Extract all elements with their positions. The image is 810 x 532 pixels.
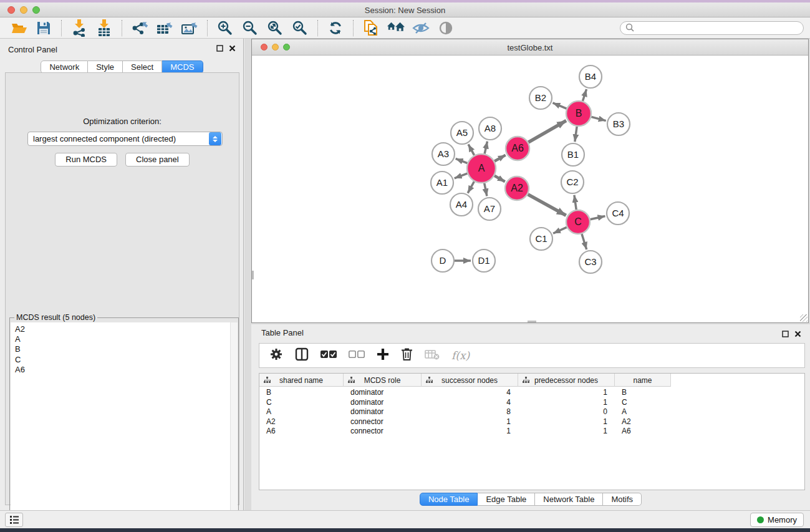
table-cell[interactable]: 1: [422, 417, 518, 427]
mcds-result-item[interactable]: A6: [15, 365, 231, 375]
tab-network-table[interactable]: Network Table: [535, 493, 603, 506]
table-row[interactable]: Bdominator41B: [259, 388, 671, 398]
graph-edge-C-C4[interactable]: [591, 216, 605, 219]
table-cell[interactable]: A6: [259, 427, 344, 437]
select-all-icon[interactable]: [321, 350, 337, 361]
zoom-in-icon[interactable]: [216, 19, 234, 37]
graph-edge-B-B4[interactable]: [582, 89, 586, 101]
table-cell[interactable]: A2: [259, 417, 344, 427]
column-header-shared-name[interactable]: shared name: [259, 374, 344, 387]
clone-network-icon[interactable]: [362, 19, 380, 37]
run-mcds-button[interactable]: Run MCDS: [55, 153, 117, 167]
table-cell[interactable]: B: [615, 388, 671, 398]
mcds-result-item[interactable]: B: [15, 344, 231, 354]
graph-edge-C-C1[interactable]: [553, 227, 567, 233]
graph-edge-A-A1[interactable]: [455, 173, 468, 178]
table-cell[interactable]: 1: [518, 398, 615, 408]
tab-style[interactable]: Style: [88, 60, 123, 74]
zoom-selected-icon[interactable]: [291, 19, 309, 37]
graph-edge-A-A3[interactable]: [456, 158, 468, 163]
import-table-icon[interactable]: [95, 19, 113, 37]
mcds-result-scrollbar[interactable]: [230, 322, 238, 532]
export-network-icon[interactable]: [130, 19, 149, 37]
column-header-predecessor-nodes[interactable]: predecessor nodes: [518, 374, 615, 387]
table-cell[interactable]: connector: [344, 417, 422, 427]
table-row[interactable]: A6connector11A6: [259, 427, 671, 437]
graph-edge-A-A6[interactable]: [494, 155, 506, 162]
graph-edge-C-C3[interactable]: [582, 234, 587, 249]
graph-edge-A-A5[interactable]: [468, 144, 475, 155]
node-table[interactable]: shared nameMCDS rolesuccessor nodesprede…: [259, 373, 805, 490]
search-input[interactable]: [620, 21, 804, 35]
open-session-icon[interactable]: [9, 19, 28, 37]
table-cell[interactable]: A2: [615, 417, 671, 427]
canvas-horizontal-scroll-nub[interactable]: [528, 321, 536, 322]
task-history-button[interactable]: [5, 513, 23, 527]
save-session-icon[interactable]: [34, 19, 53, 37]
table-cell[interactable]: 0: [518, 407, 615, 417]
table-row[interactable]: A2connector11A2: [259, 417, 671, 427]
table-settings-gear-icon[interactable]: [269, 347, 283, 364]
table-row[interactable]: Adominator80A: [259, 407, 671, 417]
tab-edge-table[interactable]: Edge Table: [478, 493, 535, 506]
zoom-out-icon[interactable]: [241, 19, 259, 37]
column-header-successor-nodes[interactable]: successor nodes: [422, 374, 518, 387]
float-panel-icon[interactable]: [216, 45, 223, 52]
tab-network[interactable]: Network: [41, 60, 88, 74]
table-cell[interactable]: A6: [615, 427, 671, 437]
refresh-icon[interactable]: [326, 19, 345, 37]
mcds-result-item[interactable]: A: [15, 334, 231, 344]
table-row[interactable]: Cdominator41C: [259, 398, 671, 408]
tab-select[interactable]: Select: [123, 60, 162, 74]
float-panel-icon[interactable]: [782, 331, 789, 337]
add-column-icon[interactable]: [377, 348, 389, 363]
table-cell[interactable]: 8: [422, 407, 518, 417]
table-cell[interactable]: 1: [518, 388, 615, 398]
table-cell[interactable]: dominator: [344, 388, 422, 398]
table-cell[interactable]: dominator: [344, 398, 422, 408]
graph-edge-A-A7[interactable]: [485, 183, 487, 196]
table-cell[interactable]: 1: [518, 427, 615, 437]
delete-column-trash-icon[interactable]: [401, 347, 413, 364]
table-cell[interactable]: dominator: [344, 407, 422, 417]
deselect-all-icon[interactable]: [349, 350, 365, 361]
column-header-MCDS-role[interactable]: MCDS role: [344, 374, 422, 387]
table-cell[interactable]: C: [259, 398, 344, 408]
network-graph[interactable]: B4B2BB3A8A5A6A3B1AA1C2A2A4A7C4CC1C3DD1: [252, 56, 808, 322]
home-icon[interactable]: [387, 19, 405, 37]
window-resize-grip[interactable]: [800, 314, 808, 322]
tab-node-table[interactable]: Node Table: [420, 493, 478, 506]
close-panel-icon[interactable]: [229, 45, 236, 52]
table-cell[interactable]: 4: [422, 398, 518, 408]
column-header-name[interactable]: name: [615, 374, 671, 387]
table-cell[interactable]: A: [259, 407, 344, 417]
table-cell[interactable]: 1: [422, 427, 518, 437]
graph-edge-A-A4[interactable]: [468, 181, 474, 193]
column-visibility-icon[interactable]: [295, 347, 309, 364]
mcds-result-item[interactable]: C: [15, 355, 231, 365]
mcds-result-list[interactable]: A2ABCA6: [11, 322, 231, 532]
graph-edge-A-A2[interactable]: [494, 176, 505, 181]
table-cell[interactable]: A: [615, 407, 671, 417]
graph-edge-B-B3[interactable]: [591, 117, 605, 120]
table-cell[interactable]: B: [259, 388, 344, 398]
canvas-vertical-scroll-nub[interactable]: [252, 271, 254, 279]
close-panel-button[interactable]: Close panel: [125, 153, 190, 167]
close-panel-icon[interactable]: [794, 331, 801, 337]
import-network-icon[interactable]: [70, 19, 89, 37]
memory-button[interactable]: Memory: [750, 513, 804, 527]
graph-edge-A-A8[interactable]: [485, 142, 487, 154]
export-image-icon[interactable]: [180, 19, 199, 37]
tab-motifs[interactable]: Motifs: [603, 493, 642, 506]
table-cell[interactable]: C: [615, 398, 671, 408]
graph-edge-B-B2[interactable]: [552, 103, 566, 109]
graph-edge-B-B1[interactable]: [575, 127, 577, 142]
table-cell[interactable]: connector: [344, 427, 422, 437]
hide-panels-eye-icon[interactable]: [412, 19, 430, 37]
graph-edge-A6-B[interactable]: [528, 120, 566, 142]
export-table-icon[interactable]: [155, 19, 174, 37]
network-window-titlebar[interactable]: testGlobe.txt: [252, 39, 808, 56]
zoom-fit-icon[interactable]: [266, 19, 284, 37]
graph-edge-C-C2[interactable]: [574, 195, 576, 210]
tab-mcds[interactable]: MCDS: [162, 60, 203, 74]
